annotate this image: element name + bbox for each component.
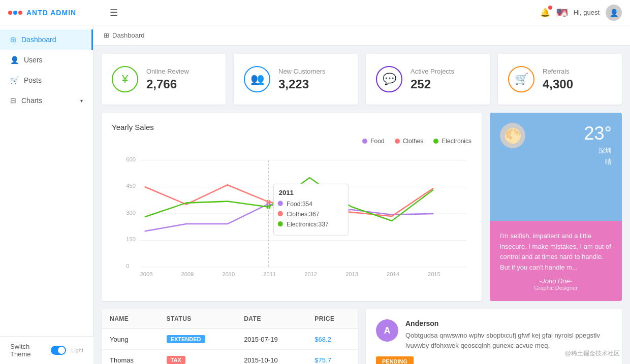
weather-card: 🌕 23° 深圳 晴: [490, 113, 622, 221]
logo-dot-red2: [18, 11, 22, 15]
menu-toggle-button[interactable]: ☰: [110, 7, 118, 18]
sidebar-item-users[interactable]: 👤 Users: [0, 50, 93, 70]
user-avatar[interactable]: 👤: [606, 5, 622, 21]
table-row: Thomas TAX 2015-10-10 $75.7: [102, 350, 358, 365]
switch-theme-label: Switch Theme: [10, 343, 46, 358]
legend-dot-clothes: [395, 139, 400, 144]
col-price: PRICE: [306, 309, 358, 329]
svg-text:Food:354: Food:354: [287, 201, 312, 208]
svg-text:150: 150: [126, 236, 136, 242]
toggle-knob: [58, 347, 65, 354]
svg-text:2013: 2013: [345, 271, 358, 277]
chart-title: Yearly Sales: [112, 123, 471, 131]
cell-date-1: 2015-10-10: [236, 350, 306, 365]
legend-label-clothes: Clothes: [403, 138, 424, 145]
svg-text:2008: 2008: [140, 271, 153, 277]
moon-icon: 🌕: [500, 123, 525, 148]
stat-value-online-review: 2,766: [146, 77, 189, 91]
cell-name-1: Thomas: [102, 350, 159, 365]
stat-value-new-customers: 3,223: [278, 77, 325, 91]
cell-status-1: TAX: [159, 350, 236, 365]
flag-icon[interactable]: 🇺🇸: [556, 7, 568, 18]
active-projects-icon: 💬: [376, 66, 402, 92]
legend-clothes: Clothes: [395, 138, 424, 145]
svg-text:2014: 2014: [387, 271, 399, 277]
quote-author: -Joho Doe-: [500, 277, 612, 285]
status-badge-extended: EXTENDED: [167, 335, 205, 343]
stat-info-active-projects: Active Projects 252: [411, 68, 454, 91]
quote-card: I'm selfish, impatient and a little inse…: [490, 221, 622, 301]
cart-icon: 🛒: [515, 73, 528, 86]
stat-info-online-review: Online Review 2,766: [146, 68, 189, 91]
middle-row: Yearly Sales Food Clothes Electronics: [102, 113, 622, 301]
cell-price-1: $75.7: [306, 350, 358, 365]
chart-area: 600 450 300 150 0 2008: [112, 149, 471, 291]
svg-text:2015: 2015: [428, 271, 440, 277]
theme-toggle[interactable]: [51, 346, 67, 355]
logo: ANTD ADMIN: [8, 9, 102, 17]
stat-card-referrals: 🛒 Referrals 4,300: [498, 54, 622, 105]
comment-text: Qobtgudsa qnwswno wphv sboptxcufj gfwf k…: [405, 330, 612, 350]
header-right: 🔔 🇺🇸 Hi, guest 👤: [540, 5, 622, 21]
sidebar-item-label-charts: Charts: [21, 96, 42, 105]
quote-role: Graphic Designer: [500, 285, 612, 291]
stat-label-new-customers: New Customers: [278, 68, 325, 75]
data-table: NAME STATUS DATE PRICE Young EXTENDED: [102, 309, 358, 364]
stat-value-active-projects: 252: [411, 77, 454, 91]
cell-date-0: 2015-07-19: [236, 329, 306, 350]
hi-text: Hi, guest: [574, 9, 600, 16]
charts-icon: ⊟: [10, 96, 16, 105]
bottom-row: NAME STATUS DATE PRICE Young EXTENDED: [102, 309, 622, 364]
sidebar-item-charts[interactable]: ⊟ Charts ▾: [0, 90, 93, 111]
stat-card-active-projects: 💬 Active Projects 252: [366, 54, 490, 105]
comment-header: A Anderson Qobtgudsa qnwswno wphv sboptx…: [376, 319, 612, 350]
svg-point-26: [278, 211, 283, 216]
svg-point-24: [278, 201, 283, 206]
stat-label-active-projects: Active Projects: [411, 68, 454, 75]
weather-city: 深圳: [598, 146, 612, 155]
sidebar-item-label-posts: Posts: [24, 76, 42, 84]
sidebar-item-dashboard[interactable]: ⊞ Dashboard: [0, 29, 93, 50]
stat-card-new-customers: 👥 New Customers 3,223: [234, 54, 358, 105]
commenter-name: Anderson: [405, 319, 612, 327]
toggle-label: Light: [71, 347, 83, 353]
pending-badge: PENDING: [376, 356, 414, 364]
legend-food: Food: [362, 138, 384, 145]
new-customers-icon: 👥: [244, 66, 270, 92]
svg-text:450: 450: [126, 183, 136, 189]
stat-info-new-customers: New Customers 3,223: [278, 68, 325, 91]
chart-legend: Food Clothes Electronics: [112, 138, 471, 145]
breadcrumb-text: Dashboard: [112, 31, 145, 39]
users-icon: 👤: [10, 56, 19, 64]
stat-label-online-review: Online Review: [146, 68, 189, 75]
stat-value-referrals: 4,300: [543, 77, 573, 91]
stat-info-referrals: Referrals 4,300: [543, 68, 573, 91]
line-chart-svg: 600 450 300 150 0 2008: [112, 149, 471, 291]
logo-dot-red: [8, 11, 12, 15]
col-date: DATE: [236, 309, 306, 329]
logo-icon: [8, 11, 22, 15]
chat-icon: 💬: [383, 73, 396, 86]
main-content: ⊞ Dashboard ¥ Online Review 2,766 👥: [93, 25, 630, 364]
cell-price-0: $68.2: [306, 329, 358, 350]
header-left: ANTD ADMIN ☰: [8, 7, 118, 18]
svg-text:2009: 2009: [181, 271, 194, 277]
breadcrumb-icon: ⊞: [104, 31, 109, 39]
commenter-avatar: A: [376, 319, 398, 342]
svg-text:2011: 2011: [279, 189, 294, 196]
notification-badge: [548, 6, 552, 10]
bell-icon[interactable]: 🔔: [540, 8, 550, 17]
sidebar: ⊞ Dashboard 👤 Users 🛒 Posts ⊟ Charts ▾ S…: [0, 25, 93, 364]
posts-icon: 🛒: [10, 76, 19, 84]
svg-point-28: [278, 221, 283, 226]
sidebar-item-label-dashboard: Dashboard: [21, 36, 56, 44]
svg-text:300: 300: [126, 210, 136, 216]
sidebar-item-posts[interactable]: 🛒 Posts: [0, 70, 93, 90]
svg-text:Electronics:337: Electronics:337: [287, 221, 329, 228]
col-status: STATUS: [159, 309, 236, 329]
svg-text:2012: 2012: [304, 271, 317, 277]
cell-status-0: EXTENDED: [159, 329, 236, 350]
table-card: NAME STATUS DATE PRICE Young EXTENDED: [102, 309, 358, 364]
logo-text: ANTD ADMIN: [26, 9, 76, 17]
stat-label-referrals: Referrals: [543, 68, 573, 75]
